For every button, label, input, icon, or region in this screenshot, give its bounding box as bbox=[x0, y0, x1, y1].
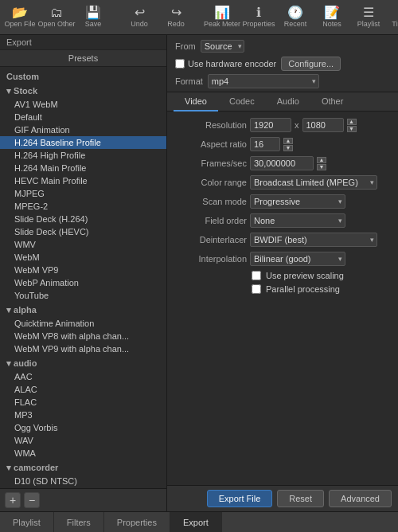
preset-item[interactable]: H.264 High Profile bbox=[0, 149, 166, 162]
remove-preset-button[interactable]: − bbox=[24, 492, 40, 508]
preset-item[interactable]: WebM bbox=[0, 251, 166, 264]
aspect-width-input[interactable] bbox=[250, 137, 280, 151]
format-select[interactable]: mp4 bbox=[208, 74, 319, 88]
preset-item[interactable]: HEVC Main Profile bbox=[0, 174, 166, 187]
resolution-height-input[interactable] bbox=[302, 118, 344, 132]
timeline-button[interactable]: ⏱ Timeline bbox=[390, 5, 398, 29]
preset-item[interactable]: Ogg Vorbis bbox=[0, 421, 166, 434]
hw-encoder-checkbox-label[interactable]: Use hardware encoder bbox=[175, 59, 276, 68]
preset-item[interactable]: H.264 Baseline Profile bbox=[0, 136, 166, 149]
open-other-button[interactable]: 🗂 Open Other bbox=[41, 5, 72, 29]
timeline-label: Timeline bbox=[392, 20, 398, 28]
preset-item[interactable]: ▾ audio bbox=[0, 355, 166, 370]
advanced-button[interactable]: Advanced bbox=[329, 490, 392, 507]
preset-item[interactable]: AAC bbox=[0, 370, 166, 383]
preset-item[interactable]: Quicktime Animation bbox=[0, 317, 166, 330]
field-order-label: Field order bbox=[175, 216, 247, 225]
color-range-row: Color range Broadcast Limited (MPEG) bbox=[175, 175, 390, 190]
recent-icon: 🕐 bbox=[287, 6, 303, 19]
tab-other[interactable]: Other bbox=[310, 92, 355, 111]
field-order-select[interactable]: None bbox=[250, 213, 345, 228]
preset-item[interactable]: WAV bbox=[0, 434, 166, 447]
recent-button[interactable]: 🕐 Recent bbox=[280, 5, 310, 29]
aspect-w-up-btn[interactable]: ▲ bbox=[283, 138, 293, 144]
use-preview-scaling-checkbox[interactable] bbox=[252, 271, 261, 280]
export-file-button[interactable]: Export File bbox=[207, 490, 273, 507]
resolution-down-btn[interactable]: ▼ bbox=[347, 126, 357, 132]
main-area: Export Presets Custom▾ StockAV1 WebMDefa… bbox=[0, 35, 398, 511]
preset-item[interactable]: WebM VP9 bbox=[0, 264, 166, 276]
fps-input[interactable] bbox=[250, 156, 314, 170]
interpolation-select-wrapper: Bilinear (good) bbox=[250, 252, 345, 266]
resolution-up-btn[interactable]: ▲ bbox=[347, 119, 357, 125]
preset-item[interactable]: D10 (SD NTSC) bbox=[0, 475, 166, 487]
interpolation-row: Interpolation Bilinear (good) bbox=[175, 252, 390, 266]
preset-item[interactable]: GIF Animation bbox=[0, 123, 166, 136]
add-preset-button[interactable]: + bbox=[5, 492, 21, 508]
recent-label: Recent bbox=[284, 20, 307, 28]
reset-button[interactable]: Reset bbox=[277, 490, 324, 507]
save-button[interactable]: 💾 Save bbox=[78, 5, 108, 29]
tab-video[interactable]: Video bbox=[174, 92, 218, 111]
preset-item[interactable]: YouTube bbox=[0, 289, 166, 302]
preset-item[interactable]: Slide Deck (H.264) bbox=[0, 213, 166, 225]
redo-button[interactable]: ↪ Redo bbox=[161, 5, 191, 29]
undo-label: Undo bbox=[131, 20, 148, 28]
preset-item[interactable]: AV1 WebM bbox=[0, 98, 166, 111]
tab-codec[interactable]: Codec bbox=[218, 92, 266, 111]
footer-tab-playlist[interactable]: Playlist bbox=[0, 512, 54, 532]
redo-label: Redo bbox=[167, 20, 185, 28]
color-range-select[interactable]: Broadcast Limited (MPEG) bbox=[250, 175, 377, 190]
configure-button[interactable]: Configure... bbox=[281, 57, 341, 71]
use-preview-scaling-label[interactable]: Use preview scaling bbox=[266, 271, 344, 280]
preset-item[interactable]: WMA bbox=[0, 447, 166, 460]
preset-item[interactable]: MJPEG bbox=[0, 187, 166, 200]
fps-up-btn[interactable]: ▲ bbox=[317, 157, 326, 163]
preset-item[interactable]: WebM VP8 with alpha chan... bbox=[0, 330, 166, 342]
preset-item[interactable]: ALAC bbox=[0, 383, 166, 396]
preset-item[interactable]: MPEG-2 bbox=[0, 200, 166, 213]
notes-button[interactable]: 📝 Notes bbox=[317, 5, 347, 29]
footer-tab-filters[interactable]: Filters bbox=[54, 512, 104, 532]
peak-meter-button[interactable]: 📊 Peak Meter bbox=[207, 5, 237, 29]
fps-down-btn[interactable]: ▼ bbox=[317, 164, 326, 170]
preset-item[interactable]: FLAC bbox=[0, 396, 166, 409]
resolution-width-input[interactable] bbox=[250, 118, 291, 132]
preset-item[interactable]: ▾ alpha bbox=[0, 302, 166, 317]
preset-item[interactable]: Custom bbox=[0, 68, 166, 83]
preset-item[interactable]: Default bbox=[0, 111, 166, 123]
preset-item[interactable]: MP3 bbox=[0, 409, 166, 421]
preset-item[interactable]: WMV bbox=[0, 238, 166, 251]
playlist-button[interactable]: ☰ Playlist bbox=[353, 5, 384, 29]
resolution-row: Resolution x ▲ ▼ bbox=[175, 118, 390, 132]
hw-encoder-checkbox[interactable] bbox=[175, 59, 185, 68]
footer-tab-export[interactable]: Export bbox=[170, 512, 222, 532]
parallel-processing-label[interactable]: Parallel processing bbox=[266, 284, 340, 294]
field-order-select-wrapper: None bbox=[250, 213, 345, 228]
peak-meter-label: Peak Meter bbox=[204, 20, 240, 28]
open-file-button[interactable]: 📂 Open File bbox=[5, 5, 35, 29]
preset-item[interactable]: WebP Animation bbox=[0, 276, 166, 289]
preset-item[interactable]: H.264 Main Profile bbox=[0, 162, 166, 174]
aspect-w-down-btn[interactable]: ▼ bbox=[283, 145, 293, 151]
notes-label: Notes bbox=[322, 20, 341, 28]
footer-tab-properties[interactable]: Properties bbox=[104, 512, 170, 532]
properties-button[interactable]: ℹ Properties bbox=[244, 5, 274, 29]
export-label: Export bbox=[0, 35, 166, 50]
aspect-ratio-row: Aspect ratio ▲ ▼ bbox=[175, 137, 390, 151]
scan-mode-select[interactable]: Progressive bbox=[250, 194, 345, 209]
open-file-icon: 📂 bbox=[12, 6, 28, 19]
undo-button[interactable]: ↩ Undo bbox=[124, 5, 154, 29]
preset-item[interactable]: ▾ camcorder bbox=[0, 460, 166, 475]
settings-area: Resolution x ▲ ▼ Aspect ratio ▲ ▼ Frames… bbox=[167, 111, 398, 485]
deinterlacer-select[interactable]: BWDIF (best) bbox=[250, 233, 377, 247]
use-preview-scaling-row: Use preview scaling bbox=[175, 271, 390, 280]
preset-item[interactable]: WebM VP9 with alpha chan... bbox=[0, 342, 166, 355]
from-select[interactable]: Source bbox=[201, 40, 244, 53]
preset-item[interactable]: Slide Deck (HEVC) bbox=[0, 225, 166, 238]
tab-audio[interactable]: Audio bbox=[266, 92, 310, 111]
preset-item[interactable]: ▾ Stock bbox=[0, 83, 166, 98]
parallel-processing-checkbox[interactable] bbox=[252, 284, 261, 294]
peak-meter-icon: 📊 bbox=[214, 6, 230, 19]
interpolation-select[interactable]: Bilinear (good) bbox=[250, 252, 345, 266]
